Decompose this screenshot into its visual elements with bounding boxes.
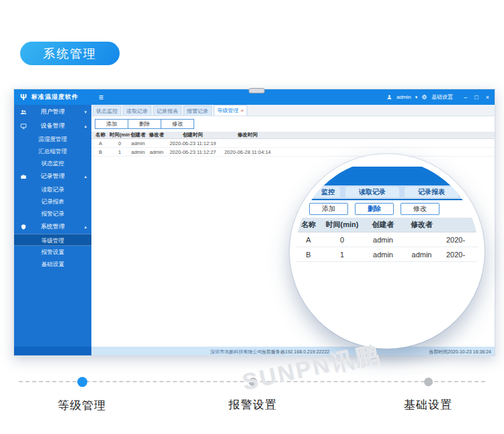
window-title: 标准温湿度软件	[32, 93, 79, 101]
tab-label: 状态监控	[96, 107, 118, 115]
table-header-cell: 修改时间	[219, 132, 276, 138]
user-menu[interactable]: admin	[396, 94, 411, 100]
maximize-icon[interactable]: □	[474, 94, 478, 101]
step-dot	[424, 378, 433, 386]
table-cell: B	[91, 149, 110, 155]
magnified-tab: 记录报表	[405, 187, 458, 198]
table-row[interactable]: B1adminadmin2020-06-23 11:12:272020-06-2…	[91, 148, 495, 157]
chevron-up-icon: ▴	[84, 124, 87, 129]
sidebar-item[interactable]: 报警设置	[14, 246, 91, 258]
titlebar-handle	[249, 88, 265, 93]
titlebar-right: admin ▾ 基础设置 – □ ×	[386, 93, 489, 101]
toolbar: 添加删除修改	[95, 119, 495, 129]
status-bar-strip: 深圳市讯鹏科技有限公司 当前服务器192.168.0.219:22222 当前时…	[91, 347, 495, 355]
sidebar-group[interactable]: 系统管理▴	[14, 220, 91, 234]
tab[interactable]: 状态监控	[93, 105, 121, 116]
current-time: 当前时间2020-10-23 16:36:24	[429, 349, 491, 355]
magnified-tab: 读取记录	[345, 187, 399, 198]
table-cell: 0	[110, 140, 130, 146]
sidebar-group[interactable]: 设备管理▴	[14, 119, 91, 133]
minimize-icon[interactable]: –	[464, 94, 467, 101]
server-address: 当前服务器192.168.0.219:22222	[261, 349, 329, 355]
records-icon	[20, 173, 28, 180]
magnified-divider	[290, 199, 485, 200]
magnified-table: 名称时间(min)创建者修改者A0admin2020-B1adminadmin2…	[296, 218, 485, 262]
magnified-header-cell: 创建者	[363, 220, 403, 230]
bottom-nav-label: 基础设置	[374, 397, 482, 413]
magnified-table-cell: admin	[403, 251, 440, 259]
devices-icon	[20, 123, 28, 130]
bottom-nav-item[interactable]: 报警设置	[199, 378, 306, 413]
close-icon[interactable]: ×	[486, 94, 489, 101]
table-cell: admin	[130, 140, 146, 146]
tab[interactable]: 等级管理×	[214, 105, 247, 116]
gear-icon	[421, 94, 427, 101]
chevron-up-icon: ▴	[84, 174, 87, 179]
tab-label: 读取记录	[126, 107, 148, 115]
chevron-up-icon: ▴	[84, 224, 87, 230]
section-badge: 系统管理	[20, 42, 120, 65]
magnified-table-cell: 2020-	[440, 236, 485, 244]
table-cell: 2020-06-28 11:04:14	[219, 149, 276, 155]
magnified-button: 删除	[355, 203, 394, 215]
table-header-row: 名称时间(min)创建者修改者创建时间修改时间	[91, 132, 495, 139]
app-window: Ψ 标准温湿度软件 ≡ admin ▾ 基础设置 – □ × 用户管理▾设备管理…	[13, 89, 495, 356]
bottom-nav-label: 等级管理	[28, 398, 136, 413]
window-controls: – □ ×	[464, 94, 489, 101]
table-header-cell: 名称	[91, 132, 110, 138]
table-header-cell: 创建时间	[167, 132, 219, 138]
sidebar-group[interactable]: 记录管理▴	[14, 169, 91, 183]
sidebar-item[interactable]: 报警记录	[14, 208, 91, 220]
step-dot	[77, 377, 87, 387]
table-header-cell: 时间(min)	[110, 132, 130, 138]
table-header-cell: 修改者	[146, 132, 167, 138]
settings-button[interactable]: 基础设置	[431, 93, 453, 101]
magnified-table-cell: 1	[321, 251, 363, 259]
magnified-table-cell: B	[296, 251, 321, 259]
person-icon	[386, 94, 392, 101]
magnified-table-cell: A	[296, 236, 321, 244]
tab[interactable]: 记录报表	[153, 105, 181, 116]
chevron-down-icon[interactable]: ▾	[415, 95, 418, 100]
tab[interactable]: 报警记录	[183, 105, 212, 116]
table-cell: admin	[146, 149, 167, 155]
sidebar-item[interactable]: 汇总端管理	[14, 145, 91, 157]
sidebar-item[interactable]: 等级管理	[14, 234, 91, 246]
magnified-table-cell: admin	[363, 251, 403, 259]
table-row[interactable]: A0admin2020-06-23 11:12:19	[91, 139, 495, 148]
magnified-header-cell: 时间(min)	[321, 220, 363, 230]
table-cell: 1	[110, 149, 130, 155]
sidebar-item[interactable]: 记录报表	[14, 196, 91, 208]
magnified-table-cell: 2020-	[440, 251, 485, 259]
toolbar-button[interactable]: 添加	[95, 119, 128, 129]
hamburger-menu-icon[interactable]: ≡	[99, 93, 103, 102]
data-table: 名称时间(min)创建者修改者创建时间修改时间A0admin2020-06-23…	[91, 132, 495, 157]
status-bar-left	[14, 347, 91, 355]
sidebar-group[interactable]: 用户管理▾	[14, 105, 91, 119]
chevron-down-icon: ▾	[84, 110, 87, 115]
sidebar-item[interactable]: 读取记录	[14, 183, 91, 196]
tab[interactable]: 读取记录	[123, 105, 151, 116]
magnified-header-row: 名称时间(min)创建者修改者	[296, 218, 485, 232]
bottom-nav: 等级管理报警设置基础设置	[0, 363, 504, 430]
tab-label: 报警记录	[187, 107, 208, 115]
page: 系统管理 Ψ 标准温湿度软件 ≡ admin ▾ 基础设置 – □ × 用户管理…	[0, 0, 504, 434]
bottom-nav-item[interactable]: 基础设置	[374, 378, 482, 413]
magnified-table-row: B1adminadmin2020-	[296, 247, 485, 262]
sidebar-item[interactable]: 基础设置	[14, 258, 91, 270]
status-bar: 深圳市讯鹏科技有限公司 当前服务器192.168.0.219:22222 当前时…	[14, 347, 495, 355]
app-logo-icon: Ψ	[20, 93, 27, 102]
table-cell: admin	[130, 149, 146, 155]
table-header-cell: 创建者	[130, 132, 146, 138]
magnifier-circle: 监控读取记录记录报表 添加删除修改 名称时间(min)创建者修改者A0admin…	[290, 154, 485, 349]
magnified-header-cell: 名称	[296, 220, 321, 230]
bottom-nav-item[interactable]: 等级管理	[28, 377, 136, 413]
bottom-nav-label: 报警设置	[199, 397, 306, 413]
sidebar-item[interactable]: 温湿度管理	[14, 133, 91, 145]
sidebar-item[interactable]: 状态监控	[14, 157, 91, 169]
system-icon	[20, 224, 28, 230]
toolbar-button[interactable]: 修改	[161, 119, 194, 129]
toolbar-button[interactable]: 删除	[128, 119, 161, 129]
tab-close-icon[interactable]: ×	[241, 107, 244, 114]
magnified-tabs: 监控读取记录记录报表	[296, 187, 464, 198]
